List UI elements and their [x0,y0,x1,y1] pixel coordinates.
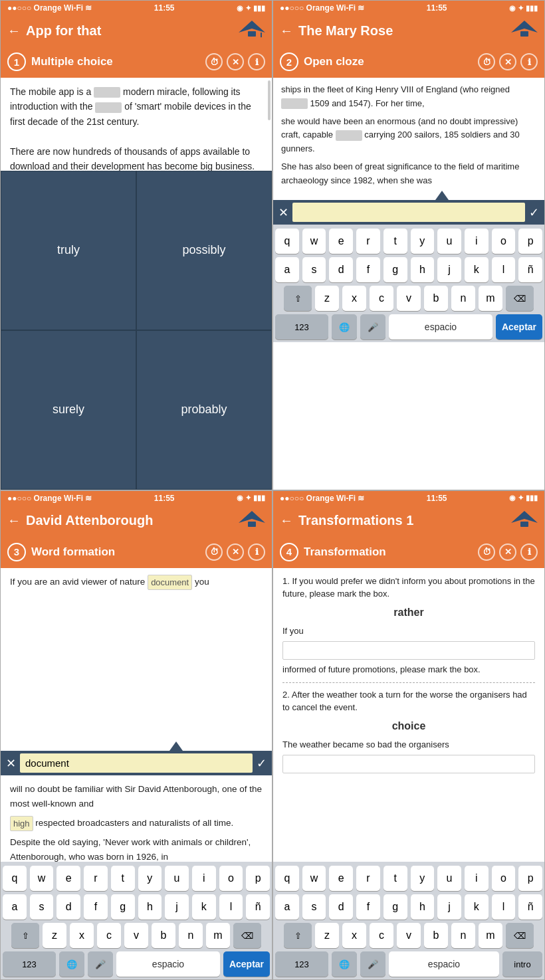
key-s-4[interactable]: s [302,894,326,920]
key-b-4[interactable]: b [424,923,448,948]
input-cancel-2[interactable]: ✕ [278,205,288,220]
key-d-4[interactable]: d [329,894,353,920]
back-button-2[interactable]: ← [280,23,293,39]
key-e-3[interactable]: e [56,866,80,891]
key-123-3[interactable]: 123 [3,951,56,977]
key-n-4[interactable]: n [451,923,475,948]
mc-option-probably[interactable]: probably [136,330,272,490]
key-c-2[interactable]: c [370,286,393,311]
key-globe-2[interactable]: 🌐 [332,314,357,340]
key-i-2[interactable]: i [465,229,489,254]
info-icon-4[interactable]: ℹ [520,543,538,561]
close-icon-4[interactable]: ✕ [499,543,516,561]
key-n-tilde-2[interactable]: ñ [518,257,542,282]
key-x-4[interactable]: x [342,923,366,948]
key-intro-4[interactable]: intro [502,951,542,977]
key-o-4[interactable]: o [492,866,516,891]
key-q-3[interactable]: q [3,866,27,891]
key-i-4[interactable]: i [465,866,489,891]
key-shift-2[interactable]: ⇧ [284,286,312,311]
key-w-4[interactable]: w [302,866,326,891]
key-s-3[interactable]: s [30,894,54,920]
key-i-3[interactable]: i [192,866,216,891]
key-ntilde-3[interactable]: ñ [246,894,270,920]
key-accept-2[interactable]: Aceptar [496,314,542,340]
key-y-4[interactable]: y [411,866,435,891]
key-l-4[interactable]: l [492,894,516,920]
info-icon-1[interactable]: ℹ [248,53,265,70]
key-g-3[interactable]: g [111,894,135,920]
key-f-4[interactable]: f [356,894,380,920]
key-w-2[interactable]: w [302,229,326,254]
key-b-2[interactable]: b [424,286,448,311]
key-p-2[interactable]: p [518,229,542,254]
key-e-4[interactable]: e [329,866,353,891]
key-space-3[interactable]: espacio [116,951,220,977]
key-t-4[interactable]: t [383,866,407,891]
key-shift-4[interactable]: ⇧ [284,923,312,948]
key-accept-3[interactable]: Aceptar [223,951,270,977]
close-icon-3[interactable]: ✕ [227,543,244,561]
key-m-2[interactable]: m [479,286,502,311]
key-ntilde-4[interactable]: ñ [518,894,542,920]
timer-icon-2[interactable]: ⏱ [478,53,495,70]
key-g-2[interactable]: g [383,257,407,282]
wf-input-3[interactable] [20,753,253,773]
key-t-2[interactable]: t [383,229,407,254]
key-mic-2[interactable]: 🎤 [360,314,385,340]
key-q-2[interactable]: q [275,229,299,254]
key-r-2[interactable]: r [356,229,380,254]
key-f-3[interactable]: f [84,894,108,920]
key-l-3[interactable]: l [219,894,243,920]
key-x-3[interactable]: x [70,923,94,948]
key-d-3[interactable]: d [56,894,80,920]
key-g-4[interactable]: g [383,894,407,920]
timer-icon-1[interactable]: ⏱ [205,53,223,70]
key-f-2[interactable]: f [356,257,380,282]
timer-icon-3[interactable]: ⏱ [205,543,223,561]
close-icon-2[interactable]: ✕ [499,53,516,70]
info-icon-2[interactable]: ℹ [520,53,538,70]
key-m-3[interactable]: m [206,923,230,948]
key-p-4[interactable]: p [518,866,542,891]
key-a-3[interactable]: a [3,894,27,920]
key-z-3[interactable]: z [43,923,66,948]
key-123-2[interactable]: 123 [275,314,328,340]
key-n-3[interactable]: n [179,923,203,948]
key-123-4[interactable]: 123 [275,951,328,977]
key-r-3[interactable]: r [84,866,108,891]
cloze-input-2[interactable] [292,203,525,222]
key-h-3[interactable]: h [138,894,162,920]
key-m-4[interactable]: m [479,923,502,948]
back-button-1[interactable]: ← [7,23,21,39]
key-u-4[interactable]: u [437,866,461,891]
key-a-4[interactable]: a [275,894,299,920]
key-k-3[interactable]: k [192,894,216,920]
key-mic-4[interactable]: 🎤 [360,951,385,977]
key-c-3[interactable]: c [97,923,121,948]
close-icon-1[interactable]: ✕ [227,53,244,70]
mc-option-possibly[interactable]: possibly [136,171,272,330]
back-button-4[interactable]: ← [280,513,293,528]
key-backspace-3[interactable]: ⌫ [233,923,261,948]
key-q-4[interactable]: q [275,866,299,891]
input-cancel-3[interactable]: ✕ [6,756,16,771]
key-n-2[interactable]: n [451,286,475,311]
key-globe-4[interactable]: 🌐 [332,951,357,977]
key-k-2[interactable]: k [465,257,489,282]
back-button-3[interactable]: ← [7,513,21,528]
key-x-2[interactable]: x [342,286,366,311]
key-s-2[interactable]: s [302,257,326,282]
key-p-3[interactable]: p [246,866,270,891]
key-r-4[interactable]: r [356,866,380,891]
input-confirm-2[interactable]: ✓ [529,205,539,220]
input-confirm-3[interactable]: ✓ [257,756,267,771]
key-space-4[interactable]: espacio [389,951,499,977]
key-t-3[interactable]: t [111,866,135,891]
key-z-2[interactable]: z [315,286,339,311]
key-h-4[interactable]: h [411,894,435,920]
key-w-3[interactable]: w [30,866,54,891]
key-mic-3[interactable]: 🎤 [88,951,113,977]
key-k-4[interactable]: k [465,894,489,920]
key-y-3[interactable]: y [138,866,162,891]
